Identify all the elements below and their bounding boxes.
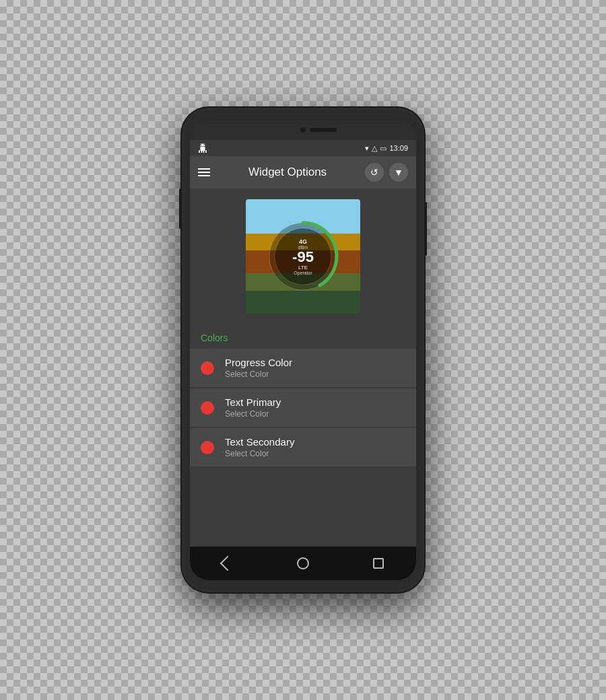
lte-label: LTE	[298, 265, 308, 271]
text-secondary-color-item[interactable]: Text Secondary Select Color	[190, 428, 416, 466]
network-type-label: 4G	[299, 238, 307, 245]
gauge-text: 4G dBm -95 LTE Operator	[263, 216, 343, 297]
battery-status-icon: ▭	[380, 144, 386, 153]
text-secondary-color-dot	[201, 441, 214, 454]
widget-preview-container: 4G dBm -95 LTE Operator	[190, 188, 416, 324]
earpiece-speaker	[310, 128, 337, 132]
recent-apps-button[interactable]	[365, 550, 392, 577]
toolbar-actions: ↺ ▼	[365, 163, 408, 182]
status-right: ▾ △ ▭ 13:09	[365, 144, 408, 153]
text-primary-color-item[interactable]: Text Primary Select Color	[190, 388, 416, 427]
android-icon	[198, 143, 207, 153]
operator-label: Operator	[294, 271, 312, 275]
front-camera	[300, 127, 306, 133]
text-primary-color-name: Text Primary	[225, 396, 281, 408]
color-list: Progress Color Select Color Text Primary…	[190, 349, 416, 466]
main-content: 4G dBm -95 LTE Operator Colors	[190, 188, 416, 547]
signal-status-icon: △	[372, 144, 377, 153]
recent-icon	[373, 558, 384, 569]
text-primary-color-action: Select Color	[225, 409, 281, 419]
reset-icon: ↺	[370, 167, 378, 178]
progress-color-name: Progress Color	[225, 357, 292, 368]
back-icon	[220, 556, 236, 571]
gauge-circle: 4G dBm -95 LTE Operator	[263, 216, 343, 297]
text-secondary-color-name: Text Secondary	[225, 436, 294, 448]
empty-space	[190, 466, 416, 547]
phone-screen: ▾ △ ▭ 13:09 Widget Options ↺ ▼	[190, 120, 416, 580]
status-left	[198, 143, 207, 153]
status-bar: ▾ △ ▭ 13:09	[190, 140, 416, 156]
progress-color-action: Select Color	[225, 370, 292, 379]
navigation-bar	[190, 547, 416, 580]
text-secondary-color-action: Select Color	[225, 449, 294, 458]
text-secondary-color-info: Text Secondary Select Color	[225, 436, 294, 458]
text-primary-color-dot	[201, 401, 214, 415]
toolbar-title: Widget Options	[218, 166, 357, 179]
phone-device: ▾ △ ▭ 13:09 Widget Options ↺ ▼	[182, 108, 424, 592]
colors-section-header: Colors	[190, 324, 416, 349]
widget-card: 4G dBm -95 LTE Operator	[246, 199, 360, 314]
progress-color-dot	[201, 361, 214, 375]
overflow-menu-button[interactable]: ▼	[389, 163, 408, 182]
progress-color-info: Progress Color Select Color	[225, 357, 292, 379]
phone-top-notch	[190, 120, 416, 140]
gauge-overlay: 4G dBm -95 LTE Operator	[246, 199, 360, 314]
progress-color-item[interactable]: Progress Color Select Color	[190, 349, 416, 387]
home-icon	[297, 557, 309, 569]
wifi-status-icon: ▾	[365, 144, 369, 153]
overflow-icon: ▼	[394, 167, 403, 178]
signal-value-label: -95	[292, 250, 314, 265]
text-primary-color-info: Text Primary Select Color	[225, 396, 281, 419]
back-button[interactable]	[214, 550, 241, 577]
hamburger-menu-icon[interactable]	[198, 168, 210, 176]
status-time: 13:09	[389, 144, 408, 152]
reset-button[interactable]: ↺	[365, 163, 384, 182]
home-button[interactable]	[290, 550, 316, 577]
toolbar: Widget Options ↺ ▼	[190, 156, 416, 188]
